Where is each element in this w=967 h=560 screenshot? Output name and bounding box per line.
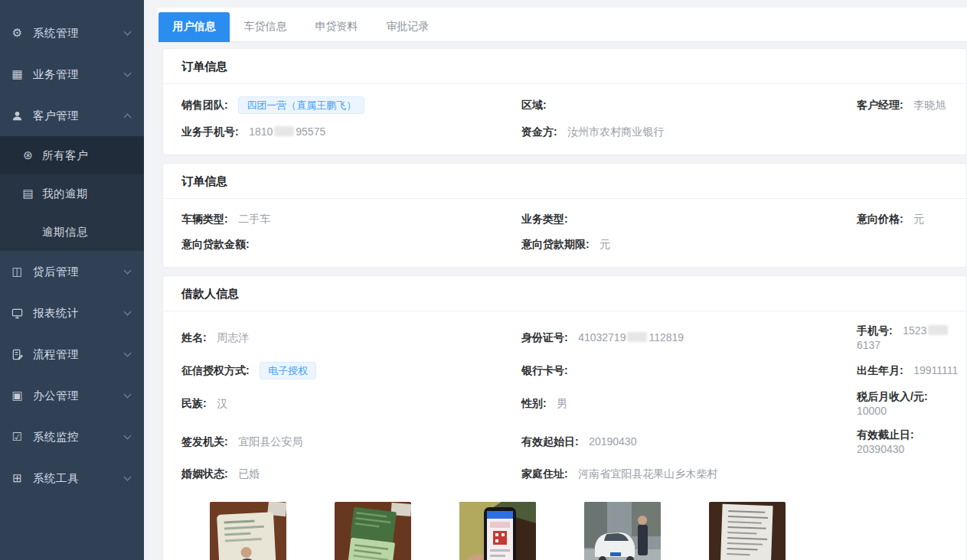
field-label: 销售团队: [181,99,228,111]
monitor-check-icon: ☑ [11,430,24,444]
field-row: 意向贷款金额: 意向贷款期限: 元 [181,236,959,252]
field-label: 姓名: [181,331,207,343]
car-owner-photo[interactable]: 合影 [584,502,661,560]
sidebar-item-label: 系统管理 [33,26,125,41]
redaction-blur [627,332,647,342]
main-content: 用户信息 车贷信息 申贷资料 审批记录 订单信息 销售团队: 四团一营（直属王鹏… [144,0,967,560]
sidebar-item-business-mgmt[interactable]: ▦ 业务管理 [0,54,144,95]
card-body: 销售团队: 四团一营（直属王鹏飞） 区域: 客户经理: 李晓旭 业务手机号: 1… [163,84,966,155]
chevron-down-icon [124,474,132,481]
tab-car-loan-info[interactable]: 车贷信息 [230,12,301,42]
field-label: 意向贷款期限: [521,238,590,250]
field-row: 姓名: 周志洋 身份证号: 41032719112819 手机号: 152361… [181,324,959,352]
field-value: 男 [557,397,567,409]
field-label: 民族: [181,397,207,409]
field-monthly-income: 税后月收入/元: 10000 [857,389,959,418]
sidebar: ⚙ 系统管理 ▦ 业务管理 客户管理 ⊛ 所有客户 ▤ 我的逾期 逾期信息 ◫ … [0,0,144,560]
sidebar-item-system-mgmt[interactable]: ⚙ 系统管理 [0,12,144,54]
sidebar-item-process-mgmt[interactable]: 流程管理 [0,334,144,375]
field-row: 民族: 汉 性别: 男 税后月收入/元: 10000 [181,389,959,418]
sidebar-item-label: 贷后管理 [33,265,125,279]
village-certificate-photo[interactable]: 村委证明 [709,502,786,560]
field-value: 20390430 [857,443,904,455]
tab-approval-records[interactable]: 审批记录 [372,12,443,42]
field-label: 征信授权方式: [181,364,250,376]
field-home-address: 家庭住址: 河南省宜阳县花果山乡木柴村 [521,467,857,481]
field-label: 业务手机号: [181,125,239,138]
box-plus-icon: ⊞ [11,471,24,485]
field-label: 意向贷款金额: [181,238,250,250]
field-sales-team: 销售团队: 四团一营（直属王鹏飞） [181,96,521,114]
sales-team-tag[interactable]: 四团一营（直属王鹏飞） [238,96,364,114]
field-region: 区域: [521,98,857,112]
field-bank-card: 银行卡号: [521,363,857,378]
sidebar-item-label: 报表统计 [33,306,125,321]
sidebar-item-label: 客户管理 [33,109,125,123]
chevron-down-icon [124,267,132,275]
field-row: 业务手机号: 181095575 资金方: 汝州市农村商业银行 [181,124,959,139]
sidebar-item-my-overdue[interactable]: ▤ 我的逾期 [0,174,144,213]
sidebar-item-customer-mgmt[interactable]: 客户管理 [0,95,144,136]
document-photo-row: 身份证 [181,491,959,560]
sidebar-item-label: 流程管理 [33,347,125,362]
tab-user-info[interactable]: 用户信息 [158,12,230,42]
chevron-down-icon [124,28,132,36]
field-intent-price: 意向价格: 元 [857,212,959,226]
sidebar-item-overdue-info[interactable]: 逾期信息 [0,213,144,251]
field-ethnicity: 民族: 汉 [181,396,521,411]
field-value: 元 [599,238,610,250]
sidebar-item-label: 系统监控 [33,430,125,444]
sidebar-item-system-monitor[interactable]: ☑ 系统监控 [0,416,144,457]
field-value: 10000 [857,405,887,417]
sidebar-item-label: 业务管理 [33,67,125,82]
field-label: 银行卡号: [521,364,568,376]
field-label: 身份证号: [521,331,568,343]
field-label: 手机号: [857,324,893,337]
field-gender: 性别: 男 [521,396,857,411]
credit-auth-tag[interactable]: 电子授权 [260,362,316,379]
card-title: 借款人信息 [163,276,966,311]
sidebar-item-office-mgmt[interactable]: ▣ 办公管理 [0,375,144,416]
field-label: 税后月收入/元: [857,390,928,402]
detail-tabbar: 用户信息 车贷信息 申贷资料 审批记录 [157,8,967,42]
field-row: 销售团队: 四团一营（直属王鹏飞） 区域: 客户经理: 李晓旭 [181,96,959,114]
wheel-icon: ⊛ [21,148,34,162]
field-valid-to: 有效截止日: 20390430 [857,428,959,456]
tab-loan-application-docs[interactable]: 申贷资料 [301,12,372,42]
field-value: 周志洋 [217,331,249,343]
sidebar-item-label: 办公管理 [33,389,125,403]
borrower-info-card: 借款人信息 姓名: 周志洋 身份证号: 41032719112819 手机号: … [162,275,967,560]
sidebar-item-label: 逾期信息 [42,225,130,239]
drivers-license-photo[interactable]: 驾驶证原件 [335,502,411,560]
field-issuing-authority: 签发机关: 宜阳县公安局 [181,435,521,449]
sidebar-item-report-stats[interactable]: 报表统计 [0,292,144,334]
field-value: 汉 [217,397,227,409]
field-label: 区域: [521,99,547,111]
user-icon [11,110,24,122]
credit-auth-photo[interactable]: 征信授权 [459,502,536,560]
field-label: 签发机关: [181,435,228,448]
monitor-icon [11,308,24,319]
card-title: 订单信息 [163,164,966,199]
id-card-photo[interactable]: 身份证 [210,502,286,560]
sidebar-item-postloan-mgmt[interactable]: ◫ 贷后管理 [0,251,144,292]
field-value: 二手车 [238,213,270,225]
field-credit-auth-method: 征信授权方式: 电子授权 [181,362,521,379]
field-value: 41032719112819 [578,331,684,343]
square-in-square-icon: ▣ [11,389,24,402]
gear-icon: ⚙ [11,26,24,40]
sidebar-item-system-tools[interactable]: ⊞ 系统工具 [0,457,144,499]
redaction-blur [928,325,948,335]
redaction-blur [274,126,294,136]
field-label: 出生年月: [857,364,903,376]
grid-icon: ▦ [11,67,24,81]
sidebar-item-all-customers[interactable]: ⊛ 所有客户 [0,136,144,174]
field-value: 19911111 [913,364,958,376]
field-label: 有效截止日: [857,428,914,441]
field-label: 家庭住址: [521,467,568,480]
field-value: 已婚 [238,467,260,480]
field-label: 资金方: [521,125,557,138]
sidebar-item-label: 我的逾期 [42,187,130,201]
field-label: 业务类型: [521,213,568,225]
field-value: 181095575 [249,125,325,138]
